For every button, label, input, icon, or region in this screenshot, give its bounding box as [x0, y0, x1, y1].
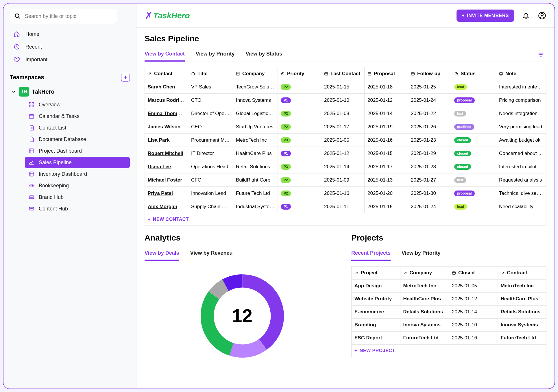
logo-text: TaskHero: [153, 11, 190, 20]
contact-link[interactable]: Robert Mitchell: [148, 151, 183, 156]
column-header[interactable]: Closed: [449, 267, 498, 280]
project-link[interactable]: ESG Report: [354, 335, 382, 341]
subnav-item-content-hub[interactable]: Content Hub: [25, 203, 130, 215]
table-row[interactable]: Priya PatelInnovation LeadFuture Tech Lt…: [145, 187, 546, 200]
contact-link[interactable]: James Wilson: [148, 124, 180, 130]
search-input[interactable]: [25, 13, 112, 19]
contact-link[interactable]: Emma Thompson: [148, 111, 188, 116]
tab-view-by-priority[interactable]: View by Priority: [196, 47, 235, 62]
contact-link[interactable]: Alex Morgan: [148, 204, 177, 209]
contact-link[interactable]: Sarah Chen: [148, 84, 175, 90]
company-link[interactable]: Innova Systems: [403, 322, 441, 328]
contract-link[interactable]: Retails Solutions: [501, 309, 541, 315]
contract-link[interactable]: FutureTech Ltd: [501, 335, 536, 341]
project-link[interactable]: App Design: [354, 283, 382, 289]
contact-link[interactable]: Diana Lee: [148, 164, 171, 169]
nav-item-important[interactable]: Important: [10, 53, 130, 66]
contract-link[interactable]: Innova Systems: [501, 322, 538, 328]
account-button[interactable]: [538, 11, 546, 20]
company-link[interactable]: Retails Solutions: [403, 309, 443, 315]
table-row[interactable]: Marcus RodriguezCTOInnova SystemsP12025-…: [145, 94, 546, 107]
tab-recent-projects[interactable]: Recent Projects: [351, 247, 391, 261]
table-row[interactable]: Emma ThompsonDirector of OperationsGloba…: [145, 107, 546, 120]
cell-follow-up: 2025-01-27: [408, 173, 451, 187]
cell-proposal: 2025-01-12: [365, 94, 408, 107]
table-row[interactable]: Website PrototypeHealthCare Plus2025-01-…: [352, 293, 546, 306]
subnav-item-brand-hub[interactable]: Brand Hub: [25, 191, 130, 203]
cell-proposal: 2025-01-17: [365, 160, 408, 173]
company-link[interactable]: MetroTech Inc: [403, 283, 436, 289]
tab-view-by-contact[interactable]: View by Contact: [145, 47, 185, 62]
column-header[interactable]: Proposal: [365, 67, 408, 80]
cell-last-contact: 2025-01-05: [321, 134, 365, 147]
contract-link[interactable]: MetroTech Inc: [501, 283, 534, 289]
nav-item-home[interactable]: Home: [10, 28, 130, 40]
company-link[interactable]: FutureTech Ltd: [403, 335, 439, 341]
subnav-label: Project Dashboard: [39, 148, 82, 154]
table-row[interactable]: James WilsonCEOStartUp VenturesP22025-01…: [145, 120, 546, 134]
search-box[interactable]: [10, 9, 117, 24]
subnav-label: Contact List: [39, 125, 66, 131]
header-icon: [236, 72, 240, 76]
company-link[interactable]: HealthCare Plus: [403, 296, 441, 302]
contract-link[interactable]: HealthCare Plus: [501, 296, 538, 302]
column-label: Title: [197, 71, 208, 77]
svg-rect-5: [29, 105, 31, 107]
tab-view-by-priority[interactable]: View by Priority: [402, 247, 441, 261]
table-row[interactable]: Michael FosterCFOBuildRight CorpP22025-0…: [145, 173, 546, 187]
table-row[interactable]: Alex MorganSupply Chain DirectorIndustri…: [145, 200, 546, 213]
workspace-row[interactable]: TH TakHero: [10, 84, 130, 99]
column-header[interactable]: Project: [352, 267, 400, 280]
column-header[interactable]: Company: [400, 267, 449, 280]
column-header[interactable]: Contact: [145, 67, 188, 80]
pipeline-table: ContactTitleCompanyPriorityLast ContactP…: [145, 67, 546, 213]
subnav-item-overview[interactable]: Overview: [25, 99, 130, 110]
subnav-item-project-dashboard[interactable]: Project Dashboard: [25, 145, 130, 157]
table-row[interactable]: Diana LeeOperations HeadRetail Solutions…: [145, 160, 546, 173]
column-header[interactable]: Contract: [498, 267, 546, 280]
invite-members-button[interactable]: + INVITE MEMBERS: [457, 10, 514, 22]
contact-link[interactable]: Lisa Park: [148, 137, 170, 143]
column-header[interactable]: Title: [188, 67, 233, 80]
table-row[interactable]: BrandingInnova Systems2025-01-10Innova S…: [352, 319, 546, 332]
search-icon: [14, 13, 21, 19]
subnav-item-bookkeeping[interactable]: Bookkeeping: [25, 180, 130, 191]
column-header[interactable]: Priority: [278, 67, 321, 80]
column-header[interactable]: Note: [496, 67, 546, 80]
tab-view-by-status[interactable]: View by Status: [245, 47, 282, 62]
subnav-item-document-database[interactable]: Document Database: [25, 134, 130, 145]
column-header[interactable]: Status: [451, 67, 496, 80]
contact-link[interactable]: Priya Patel: [148, 191, 173, 196]
workspace-subnav: OverviewCalendar & TasksContact ListDocu…: [25, 99, 130, 215]
add-teamspace-button[interactable]: +: [121, 73, 130, 82]
new-project-button[interactable]: + NEW PROJECT: [354, 348, 395, 353]
subnav-item-inventory-dashboard[interactable]: Inventory Dashboard: [25, 168, 130, 180]
project-link[interactable]: E-commerce: [354, 309, 384, 315]
tab-view-by-deals[interactable]: View by Deals: [145, 247, 179, 261]
table-row[interactable]: E-commerceRetails Solutions2025-01-14Ret…: [352, 306, 546, 319]
table-row[interactable]: Lisa ParkProcurement ManagerMetroTech In…: [145, 134, 546, 147]
tab-view-by-reveneu[interactable]: View by Reveneu: [190, 247, 233, 261]
contact-link[interactable]: Michael Foster: [148, 177, 182, 183]
column-header[interactable]: Company: [233, 67, 278, 80]
filter-button[interactable]: [535, 49, 546, 60]
table-row[interactable]: Sarah ChenVP SalesTechGrow SolutionsP220…: [145, 80, 546, 94]
column-label: Company: [410, 270, 432, 276]
notifications-button[interactable]: [522, 11, 530, 20]
subnav-item-contact-list[interactable]: Contact List: [25, 122, 130, 134]
new-contact-button[interactable]: + NEW CONTACT: [148, 217, 189, 222]
table-row[interactable]: App DesignMetroTech Inc2025-01-05MetroTe…: [352, 280, 546, 293]
project-link[interactable]: Branding: [354, 322, 376, 328]
subnav-item-sales-pipeline[interactable]: Sales Pipeline: [25, 157, 130, 168]
nav-item-recent[interactable]: Recent: [10, 40, 130, 53]
app-logo[interactable]: ✗ TaskHero: [145, 10, 190, 21]
cell-last-contact: 2025-01-08: [321, 107, 365, 120]
project-link[interactable]: Website Prototype: [354, 296, 398, 302]
column-header[interactable]: Follow-up: [408, 67, 451, 80]
table-row[interactable]: ESG ReportFutureTech Ltd2025-01-16Future…: [352, 332, 546, 345]
column-header[interactable]: Last Contact: [321, 67, 365, 80]
subnav-item-calendar-tasks[interactable]: Calendar & Tasks: [25, 110, 130, 122]
contact-link[interactable]: Marcus Rodriguez: [148, 97, 188, 103]
table-row[interactable]: Robert MitchellIT DirectorHealthCare Plu…: [145, 147, 546, 160]
cell-title: VP Sales: [188, 80, 233, 94]
